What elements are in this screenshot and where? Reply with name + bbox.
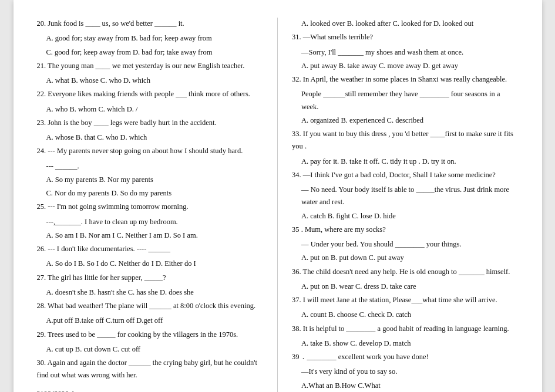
question-text: 26. --- I don't like documentaries. ----… [37,243,264,255]
answer-option: A. what B. whose C. who D. which [46,75,264,87]
answer-option: A. So do I B. So I do C. Neither do I D.… [46,258,264,270]
question-text: 20. Junk food is ____ us, so we'd better… [37,18,264,30]
right-column: A. looked over B. looked after C. looked… [292,18,519,392]
answer-option: — Under your bed. You should ________ yo… [301,238,519,251]
answer-option: — No need. Your body itself is able to _… [301,184,519,209]
question-text: 35 . Mum, where are my socks? [292,224,519,236]
question-text: 34. —I think I've got a bad cold, Doctor… [292,169,519,181]
answer-option: A. So my parents B. Nor my parents [46,174,264,186]
answer-option: --- ______. [46,160,264,173]
question-text: 22. Everyone likes making friends with p… [37,88,264,100]
column-divider [277,18,278,392]
answer-option: A. who B. whom C. which D. / [46,103,264,116]
answer-option: A.put off B.take off C.turn off D.get of… [46,315,264,327]
answer-option: C. Nor do my parents D. So do my parents [46,187,264,200]
answer-option: A.What an B.How C.What [301,380,519,392]
question-text: 25. --- I'm not going swimming tomorrow … [37,201,264,213]
question-text: 32. In April, the weather in some places… [292,73,519,86]
answer-option: A. looked over B. looked after C. looked… [301,18,519,30]
answer-option: A. So am I B. Nor am I C. Neither I am D… [46,229,264,242]
question-text: 38. It is helpful to ________ a good hab… [292,323,519,335]
question-text: 24. --- My parents never stop going on a… [37,145,264,157]
question-text: 31. —What smells terrible? [292,31,519,43]
question-text: 27. The girl has little for her supper, … [37,272,264,284]
left-column: 20. Junk food is ____ us, so we'd better… [37,18,264,392]
answer-option: People ______still remember they have __… [301,88,519,113]
question-text: 23. John is the boy ____ legs were badly… [37,117,264,129]
question-text: 39．________ excellent work you have done… [292,351,519,363]
answer-option: A. take B. show C. develop D. match [301,337,519,350]
answer-option: A. cut up B. cut down C. cut off [46,343,264,356]
answer-option: A. put on B. put down C. put away [301,252,519,264]
answer-option: C. good for; keep away from D. bad for; … [46,46,264,59]
question-text: 33. If you want to buy this dress , you … [292,128,519,153]
answer-option: A. organized B. experienced C. described [301,114,519,127]
question-text: 36. The child doesn't need any help. He … [292,266,519,278]
answer-option: —Sorry, I'll _______ my shoes and wash t… [301,46,519,59]
answer-option: A. good for; stay away from B. bad for; … [46,32,264,45]
answer-option: A. count B. choose C. check D. catch [301,309,519,321]
question-text: 30. Again and again the doctor ______ th… [37,357,264,382]
question-text: 29. Trees used to be _____ for cooking b… [37,329,264,341]
question-text: 21. The young man ____ we met yesterday … [37,60,264,72]
answer-option: —It's very kind of you to say so. [301,366,519,378]
exam-page: 20. Junk food is ____ us, so we'd better… [14,0,542,392]
answer-option: A. whose B. that C. who D. which [46,131,264,144]
answer-option: A. catch B. fight C. lose D. hide [301,210,519,222]
answer-option: A. put on B. wear C. dress D. take care [301,281,519,293]
doc-reference: 210642096.doc [37,388,264,393]
answer-option: A. pay for it. B. take it off. C. tidy i… [301,156,519,168]
question-text: 28. What bad weather! The plane will ___… [37,300,264,312]
answer-option: ---,_______. I have to clean up my bedro… [46,216,264,228]
answer-option: A. doesn't she B. hasn't she C. has she … [46,286,264,299]
answer-option: A. put away B. take away C. move away D.… [301,60,519,72]
question-text: 37. I will meet Jane at the station, Ple… [292,294,519,306]
